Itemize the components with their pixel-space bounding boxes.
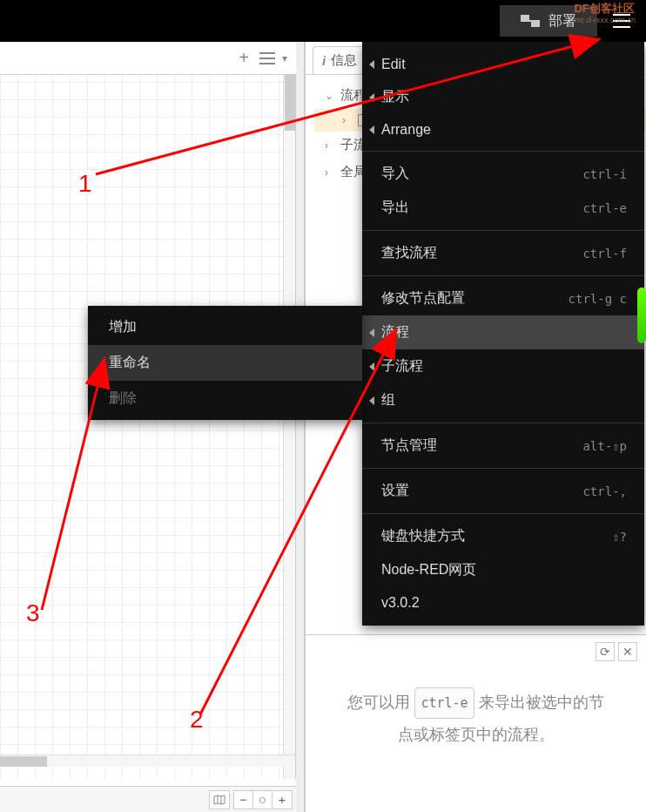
submenu-arrow-icon [369,362,374,371]
submenu-arrow-icon [369,60,374,69]
panel-splitter[interactable] [296,42,305,812]
workspace-tab-bar: + ▾ [0,42,296,75]
deploy-label: 部署 [548,12,576,30]
main-menu: Edit 显示 Arrange 导入ctrl-i 导出ctrl-e 查找流程ct… [362,42,644,626]
submenu-item-delete[interactable]: 删除 [88,381,362,416]
map-icon [213,795,225,805]
chevron-right-icon: › [325,139,335,152]
menu-item-search-flows[interactable]: 查找流程ctrl-f [362,236,644,270]
menu-item-subflows[interactable]: 子流程 [362,349,644,383]
menu-item-website[interactable]: Node-RED网页 [362,553,644,587]
flows-submenu: 增加 重命名 删除 [88,306,362,420]
deploy-button[interactable]: 部署 [500,5,597,37]
chevron-right-icon: › [325,166,335,179]
scroll-indicator [637,288,646,343]
annotation-number-3: 3 [26,599,40,627]
sidebar-tip: 您可以用 ctrl-e 来导出被选中的节 点或标签页中的流程。 [306,687,646,750]
deploy-icon [521,15,540,27]
navigator-toggle-button[interactable] [210,791,229,809]
sidebar-tab-info[interactable]: i 信息 [313,46,368,74]
kbd-hint: ctrl-e [414,687,474,719]
sidebar-tab-info-label: 信息 [331,52,357,69]
canvas-scrollbar-horizontal[interactable] [0,754,295,767]
menu-item-view[interactable]: 显示 [362,80,644,114]
submenu-arrow-icon [369,396,374,405]
zoom-reset-button[interactable]: ○ [253,791,273,809]
submenu-arrow-icon [369,93,374,102]
annotation-number-1: 1 [78,170,92,198]
info-icon: i [322,53,326,68]
zoom-in-button[interactable]: + [273,791,292,809]
zoom-out-button[interactable]: − [234,791,253,809]
canvas-scrollbar-vertical[interactable] [283,75,295,779]
refresh-button[interactable]: ⟳ [596,642,615,661]
tab-list-button[interactable] [259,52,275,64]
menu-item-manage-palette[interactable]: 节点管理alt-⇧p [362,429,644,463]
canvas-footer-tools: − ○ + [0,786,296,812]
workspace-canvas[interactable] [0,75,296,779]
menu-item-settings[interactable]: 设置ctrl-, [362,474,644,508]
chevron-right-icon: › [342,114,353,126]
menu-item-flows[interactable]: 流程 [362,315,644,349]
submenu-arrow-icon [369,125,374,134]
menu-item-arrange[interactable]: Arrange [362,114,644,145]
annotation-number-2: 2 [190,706,204,734]
menu-item-version: v3.0.2 [362,587,644,619]
close-tip-button[interactable]: ✕ [618,642,637,661]
sidebar-info-toolbar: ⟳ ✕ [306,634,646,665]
chevron-down-icon: ⌄ [325,90,335,102]
header-bar: 部署 DF创客社区 mc.d-rxxx.com.cn [0,0,646,42]
refresh-icon: ⟳ [600,645,610,659]
add-flow-tab-button[interactable]: + [233,48,254,68]
close-icon: ✕ [622,645,633,659]
menu-item-export[interactable]: 导出ctrl-e [362,191,644,225]
main-menu-button[interactable] [604,5,639,37]
menu-item-config-nodes[interactable]: 修改节点配置ctrl-g c [362,281,644,315]
chevron-down-icon: ▾ [282,52,287,64]
submenu-arrow-icon [369,328,374,337]
menu-item-groups[interactable]: 组 [362,383,644,417]
submenu-item-add[interactable]: 增加 [88,309,362,345]
submenu-item-rename[interactable]: 重命名 [88,345,362,381]
menu-item-import[interactable]: 导入ctrl-i [362,157,644,191]
menu-item-edit[interactable]: Edit [362,49,644,80]
menu-item-keyboard-shortcuts[interactable]: 键盘快捷方式⇧? [362,519,644,553]
